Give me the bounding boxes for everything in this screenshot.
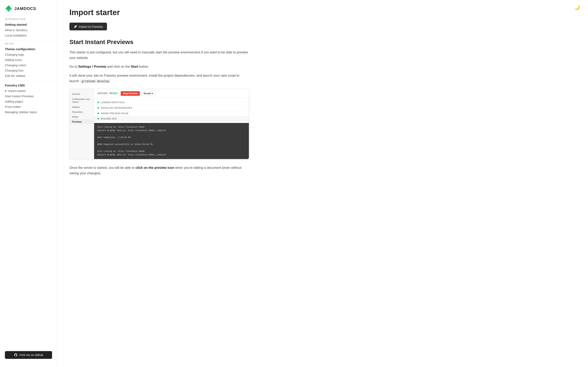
step-label-1: LOADING REPO FILES xyxy=(101,101,125,104)
paragraph-2-mid: and click on the xyxy=(106,65,131,68)
forestry-icon xyxy=(73,25,77,28)
sidebar-item-front-matter[interactable]: Front matter xyxy=(0,104,57,109)
mockup-step-loading: LOADING REPO FILES › xyxy=(94,100,249,105)
sidebar-group-forestry-cms[interactable]: Forestry CMS xyxy=(0,83,57,88)
dark-mode-toggle[interactable]: 🌙 xyxy=(574,5,580,10)
sidebar-item-adding-pages[interactable]: Adding pages xyxy=(0,99,57,104)
mockup-controls: Stop Preview Restart ▾ xyxy=(121,91,156,96)
preview-mockup: General Collaborators and Teams Sidebar … xyxy=(69,89,249,159)
sidebar-group-theme-config[interactable]: Theme configuration xyxy=(0,47,57,52)
section-label-intro: INTRODUCTION xyxy=(0,18,57,22)
mockup-steps: LOADING REPO FILES › INSTALLING DEPENDEN… xyxy=(94,98,249,123)
logo-icon xyxy=(5,5,12,12)
inline-code-gridsome: gridsome develop xyxy=(80,79,111,83)
section-label-setup: SETUP xyxy=(0,42,57,47)
paragraph-2: Go to Settings / Preview and click on th… xyxy=(69,64,249,69)
sidebar: JAMDOCS INTRODUCTION Getting started Wha… xyxy=(0,0,57,367)
import-to-forestry-button[interactable]: Import to Forestry xyxy=(69,23,107,30)
fork-github-button[interactable]: Fork me on Github xyxy=(5,351,52,359)
restart-button[interactable]: Restart ▾ xyxy=(141,91,156,96)
terminal-line-7 xyxy=(97,146,246,150)
paragraph-4-bold: click on the preview icon xyxy=(136,166,174,169)
paragraph-3: It will clone your site on Forestry prev… xyxy=(69,73,249,84)
sidebar-item-local-installation[interactable]: Local installation xyxy=(0,33,57,38)
step-dot-3 xyxy=(97,113,99,114)
paragraph-4-before: Once the server is started, you will be … xyxy=(69,166,136,169)
sidebar-item-start-instant-previews[interactable]: Start Instant Previews xyxy=(0,94,57,99)
server-label: SERVER: xyxy=(97,92,108,95)
paragraph-2-after: button. xyxy=(138,65,149,68)
stop-preview-button[interactable]: Stop Preview xyxy=(121,91,140,96)
mockup-step-installing: INSTALLING DEPENDENCIES › xyxy=(94,105,249,111)
step-label-3: SAVING PREVIEW CACHE xyxy=(101,112,129,115)
mockup-inner: General Collaborators and Teams Sidebar … xyxy=(70,89,249,159)
terminal-line-6: DONE Compiled successfully in 313ms1:56:… xyxy=(97,143,246,146)
step-dot-2 xyxy=(97,107,99,109)
terminal-line-5 xyxy=(97,139,246,143)
sidebar-item-changing-logo[interactable]: Changing logo xyxy=(0,52,57,57)
mockup-header: SERVER: READY Stop Preview Restart ▾ xyxy=(94,89,249,98)
sidebar-divider-1 xyxy=(0,40,57,40)
sidebar-divider-2 xyxy=(0,81,57,81)
restart-label: Restart xyxy=(144,92,151,95)
paragraph-4: Once the server is started, you will be … xyxy=(69,165,249,176)
sidebar-item-import-starter[interactable]: Import starter xyxy=(0,88,57,94)
terminal-line-9: Explore GraphQL data at: http://localhos… xyxy=(97,153,246,157)
sidebar-item-changing-colors[interactable]: Changing colors xyxy=(0,63,57,68)
fork-button-label: Fork me on Github xyxy=(20,353,43,357)
sidebar-item-changing-font[interactable]: Changing font xyxy=(0,68,57,73)
sidebar-item-adding-icons[interactable]: Adding icons xyxy=(0,57,57,63)
mockup-sidebar-general: General xyxy=(70,92,94,96)
step-dot-1 xyxy=(97,101,99,103)
logo[interactable]: JAMDOCS xyxy=(0,5,57,18)
mockup-terminal: Site running at: http://localhost:8080/ … xyxy=(94,123,249,159)
paragraph-2-before: Go to xyxy=(69,65,78,68)
paragraph-2-link: Settings / Preview xyxy=(78,65,106,68)
terminal-line-3 xyxy=(97,132,246,136)
sidebar-footer: Fork me on Github xyxy=(0,347,57,359)
mockup-sidebar-repository: Repository xyxy=(70,109,94,114)
page-title: Import starter xyxy=(69,8,249,17)
mockup-step-saving: SAVING PREVIEW CACHE › xyxy=(94,111,249,116)
mockup-sidebar-media: Media xyxy=(70,114,94,119)
paragraph-2-bold: Start xyxy=(131,65,138,68)
step-dot-4 xyxy=(97,118,99,119)
mockup-step-building: BUILDING SITE xyxy=(94,116,249,121)
sidebar-item-managing-sidebar[interactable]: Managing sidebar topics xyxy=(0,109,57,115)
terminal-line-8: Site running at: http://localhost:8080/ xyxy=(97,150,246,153)
sidebar-group-getting-started[interactable]: Getting started xyxy=(0,22,57,27)
paragraph-1: This starter is pre-configured, but you … xyxy=(69,50,249,60)
step-label-2: INSTALLING DEPENDENCIES xyxy=(101,107,132,109)
step-label-4: BUILDING SITE xyxy=(101,117,117,120)
terminal-line-4: WAIT Compiling...1:55:59 PM xyxy=(97,136,246,139)
step-arrow-2: › xyxy=(245,106,246,109)
section-title-instant-previews: Start Instant Previews xyxy=(69,39,249,45)
main-content: 🌙 Import starter Import to Forestry Star… xyxy=(57,0,261,367)
logo-text: JAMDOCS xyxy=(14,6,36,11)
mockup-sidebar-previews: Previews xyxy=(70,119,94,124)
mockup-sidebar-sidebar: Sidebar xyxy=(70,105,94,109)
sidebar-nav: INTRODUCTION Getting started What is Jam… xyxy=(0,18,57,118)
terminal-line-2: Explore GraphQL data at: http://localhos… xyxy=(97,129,246,132)
mockup-main: SERVER: READY Stop Preview Restart ▾ xyxy=(94,89,249,159)
sidebar-item-what-is-jamdocs[interactable]: What is Jamdocs xyxy=(0,27,57,33)
github-icon xyxy=(14,353,17,357)
terminal-line-1: Site running at: http://localhost:8080/ xyxy=(97,125,246,129)
sidebar-item-edit-sidebar[interactable]: Edit the sidebar xyxy=(0,73,57,78)
step-arrow-3: › xyxy=(245,112,246,115)
step-arrow-1: › xyxy=(245,101,246,104)
mockup-sidebar: General Collaborators and Teams Sidebar … xyxy=(70,89,94,159)
import-button-label: Import to Forestry xyxy=(79,25,103,28)
server-status: READY xyxy=(109,92,118,95)
mockup-sidebar-collaborators: Collaborators and Teams xyxy=(70,96,94,105)
restart-chevron: ▾ xyxy=(152,92,153,95)
